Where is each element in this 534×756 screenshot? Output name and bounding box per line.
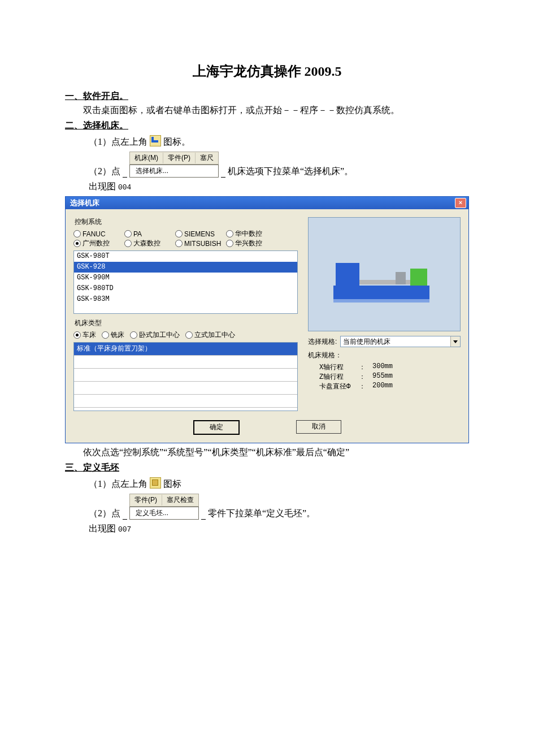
radio-label: 铣床 xyxy=(111,330,124,340)
radio-guangzhou[interactable]: 广州数控 xyxy=(73,239,122,248)
radio-vertical-mc[interactable]: 立式加工中心 xyxy=(185,330,235,340)
menu-screenshot-2: 零件(P)塞尺检查 定义毛坯... xyxy=(129,494,199,520)
step-3-1-text-b: 图标 xyxy=(163,479,181,489)
fig-label: 出现图 xyxy=(89,524,116,533)
fig-number-007: 007 xyxy=(118,525,131,534)
machine-type-label: 机床类型 xyxy=(75,318,298,328)
list-item[interactable] xyxy=(74,395,297,408)
step-3-2: （2）点 零件(P)塞尺检查 定义毛坯... 零件下拉菜单“定义毛坯”。 xyxy=(65,494,469,520)
list-item[interactable]: GSK-990M xyxy=(74,273,297,283)
heading-1: 一、软件开启。 xyxy=(65,90,469,102)
list-item[interactable]: GSK-983M xyxy=(74,294,297,305)
radio-label: 立式加工中心 xyxy=(194,330,235,340)
dialog-titlebar: 选择机床 × xyxy=(66,197,468,209)
step-2-2: （2）点 机床(M)零件(P)塞尺 选择机床... 机床选项下拉菜单“选择机床”… xyxy=(65,152,469,178)
spec-key: 卡盘直径Φ xyxy=(319,382,359,391)
spec-select-value: 当前使用的机床 xyxy=(341,336,450,347)
dropdown-arrow-icon[interactable] xyxy=(450,336,460,347)
spec-list: X轴行程：300mm Z轴行程：955mm 卡盘直径Φ：200mm xyxy=(319,362,461,391)
svg-rect-0 xyxy=(333,286,429,299)
blank-toolbar-icon xyxy=(150,477,161,489)
step-2-1: （1）点左上角 图标。 xyxy=(65,135,469,148)
step-3-2-text-b: 零件下拉菜单“定义毛坯”。 xyxy=(208,508,315,520)
spec-key: Z轴行程 xyxy=(319,372,359,382)
radio-huazhong[interactable]: 华中数控 xyxy=(226,229,275,239)
radio-siemens[interactable]: SIEMENS xyxy=(175,229,224,239)
svg-rect-3 xyxy=(396,272,406,284)
fig-number-004: 004 xyxy=(118,183,131,192)
spec-val: 300mm xyxy=(372,362,393,372)
radio-dasen[interactable]: 大森数控 xyxy=(124,239,173,248)
heading-2: 二、选择机床。 xyxy=(65,120,469,132)
radio-fanuc[interactable]: FANUC xyxy=(73,229,122,239)
step-2-2-text-b: 机床选项下拉菜单“选择机床”。 xyxy=(228,166,353,178)
step-3-1-text-a: （1）点左上角 xyxy=(89,479,147,489)
radio-label: 卧式加工中心 xyxy=(139,330,180,340)
radio-label: 华兴数控 xyxy=(235,239,262,248)
step-2-1-text-b: 图标。 xyxy=(163,137,190,146)
menu1-item-gauge: 塞尺 xyxy=(196,153,218,163)
radio-mill[interactable]: 铣床 xyxy=(102,330,124,340)
select-machine-dialog: 选择机床 × 控制系统 FANUC PA SIEMENS 华中数控 广州数控 大… xyxy=(65,196,469,443)
radio-huaxing[interactable]: 华兴数控 xyxy=(226,239,275,248)
radio-label: 车床 xyxy=(83,330,96,340)
step-3-2-text-a: （2）点 xyxy=(89,508,120,520)
menu2-dropdown-item: 定义毛坯... xyxy=(129,507,199,520)
svg-rect-1 xyxy=(336,263,359,287)
spec-val: 955mm xyxy=(372,372,393,382)
list-item[interactable]: GSK-928 xyxy=(74,262,297,273)
model-listbox[interactable]: GSK-980T GSK-928 GSK-990M GSK-980TD GSK-… xyxy=(73,250,298,314)
radio-label: FANUC xyxy=(83,230,106,238)
radio-label: 广州数控 xyxy=(83,239,110,248)
radio-label: MITSUBISH xyxy=(184,240,221,248)
machine-toolbar-icon xyxy=(150,135,161,146)
menu2-item-part: 零件(P) xyxy=(130,495,162,506)
radio-mitsubishi[interactable]: MITSUBISH xyxy=(175,239,224,248)
list-item[interactable] xyxy=(74,382,297,395)
spec-key: X轴行程 xyxy=(319,362,359,372)
step-3-1: （1）点左上角 图标 xyxy=(65,477,469,490)
control-system-label: 控制系统 xyxy=(75,217,298,227)
radio-lathe[interactable]: 车床 xyxy=(73,330,96,340)
step-2-2-text-a: （2）点 xyxy=(89,166,120,178)
radio-label: PA xyxy=(133,230,142,238)
spec-select-label: 选择规格: xyxy=(308,337,337,347)
heading-3: 三、定义毛坯 xyxy=(65,462,469,474)
menu1-item-machine: 机床(M) xyxy=(130,153,163,163)
list-item[interactable]: GSK-980TD xyxy=(74,283,297,294)
step-2-fig: 出现图 004 xyxy=(65,181,469,193)
spec-val: 200mm xyxy=(372,382,393,391)
spec-select[interactable]: 当前使用的机床 xyxy=(340,336,461,347)
radio-horizontal-mc[interactable]: 卧式加工中心 xyxy=(130,330,180,340)
menu1-dropdown-item: 选择机床... xyxy=(129,165,219,178)
list-item[interactable]: GSK-980T xyxy=(74,251,297,262)
cancel-button[interactable]: 取消 xyxy=(296,420,341,434)
list-item[interactable] xyxy=(74,408,297,420)
radio-label: 大森数控 xyxy=(133,239,160,248)
ok-button[interactable]: 确定 xyxy=(193,420,240,435)
menu2-item-gauge: 塞尺检查 xyxy=(162,495,198,506)
list-item[interactable] xyxy=(74,356,297,369)
standard-listbox[interactable]: 标准（平床身前置刀架） xyxy=(73,342,298,411)
control-system-radios: FANUC PA SIEMENS 华中数控 广州数控 大森数控 MITSUBIS… xyxy=(73,229,298,248)
lathe-icon xyxy=(333,252,429,303)
machine-type-radios: 车床 铣床 卧式加工中心 立式加工中心 xyxy=(73,330,298,340)
radio-label: 华中数控 xyxy=(235,229,262,239)
dialog-title: 选择机床 xyxy=(70,198,99,208)
svg-rect-5 xyxy=(333,299,429,303)
radio-label: SIEMENS xyxy=(184,230,215,238)
close-button[interactable]: × xyxy=(455,198,466,208)
step-3-fig: 出现图 007 xyxy=(65,523,469,535)
radio-pa[interactable]: PA xyxy=(124,229,173,239)
spec-title: 机床规格： xyxy=(308,351,461,360)
svg-rect-4 xyxy=(410,269,427,286)
list-item[interactable] xyxy=(74,369,297,382)
machine-preview xyxy=(308,217,461,331)
fig-label: 出现图 xyxy=(89,182,116,191)
menu1-item-part: 零件(P) xyxy=(163,153,196,163)
list-item[interactable]: 标准（平床身前置刀架） xyxy=(74,343,297,356)
para-1: 双击桌面图标，或者右键单击图标打开，或点开始－－程序－－数控仿真系统。 xyxy=(65,105,469,116)
step-2-1-text-a: （1）点左上角 xyxy=(89,137,147,146)
menu-screenshot-1: 机床(M)零件(P)塞尺 选择机床... xyxy=(129,152,219,178)
page-title: 上海宇龙仿真操作 2009.5 xyxy=(65,62,469,80)
